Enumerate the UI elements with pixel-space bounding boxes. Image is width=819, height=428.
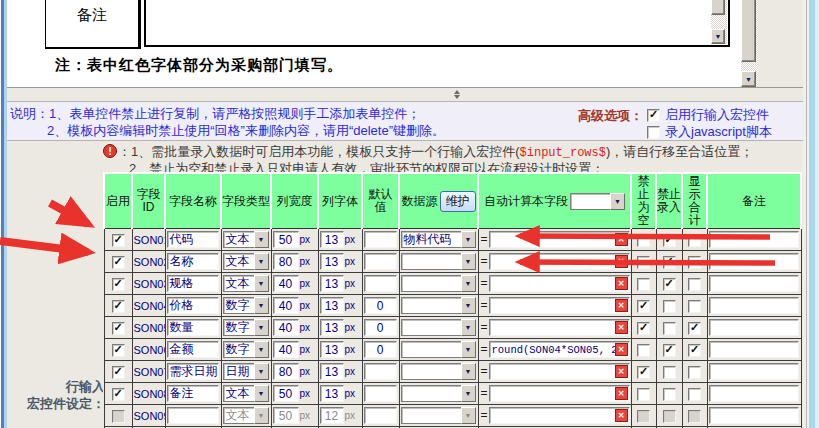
field-type-combobox[interactable]: 文本▼ [223, 407, 269, 424]
no-input-checkbox[interactable]: ✓ [663, 388, 676, 401]
default-value-input[interactable] [364, 407, 397, 424]
no-input-checkbox[interactable]: ✓ [663, 278, 676, 291]
field-name-input[interactable]: 价格 [167, 297, 219, 314]
datasource-combobox[interactable]: ▼ [401, 407, 476, 424]
col-font-input[interactable]: 13 [320, 253, 344, 270]
dropdown-arrow-icon[interactable]: ▼ [461, 253, 476, 270]
dropdown-arrow-icon[interactable]: ▼ [254, 385, 269, 402]
default-value-input[interactable]: 0 [364, 341, 397, 358]
javascript-checkbox[interactable]: ✓ [647, 126, 660, 139]
clear-formula-icon[interactable]: ✕ [615, 409, 628, 422]
default-value-input[interactable]: 0 [364, 319, 397, 336]
row-enable-checkbox[interactable]: ✓ [112, 278, 125, 291]
datasource-combobox[interactable]: ▼ [401, 297, 476, 314]
col-width-input[interactable]: 50 [273, 385, 299, 402]
auto-calc-header-combobox[interactable]: ▼ [570, 193, 625, 210]
no-empty-checkbox[interactable]: ✓ [637, 278, 650, 291]
datasource-combobox[interactable]: ▼ [401, 319, 476, 336]
field-type-combobox[interactable]: 数字▼ [223, 297, 269, 314]
no-empty-checkbox[interactable]: ✓ [637, 410, 650, 423]
auto-calc-input[interactable]: ✕ [489, 319, 630, 336]
splitter-handle-icon[interactable] [450, 90, 463, 99]
no-empty-checkbox[interactable]: ✓ [637, 256, 650, 269]
dropdown-arrow-icon[interactable]: ▼ [461, 363, 476, 380]
row-remark-input[interactable] [709, 275, 799, 292]
field-type-combobox[interactable]: 文本▼ [223, 275, 269, 292]
row-remark-input[interactable] [709, 341, 799, 358]
no-empty-checkbox[interactable]: ✓ [637, 322, 650, 335]
clear-formula-icon[interactable]: ✕ [615, 233, 628, 246]
datasource-combobox[interactable]: ▼ [401, 363, 476, 380]
row-remark-input[interactable] [709, 407, 799, 424]
option-enable-row-macro[interactable]: ✓ 启用行输入宏控件 [647, 106, 769, 124]
show-total-checkbox[interactable]: ✓ [688, 256, 701, 269]
field-name-input[interactable] [167, 407, 219, 424]
dropdown-arrow-icon[interactable]: ▼ [461, 275, 476, 292]
field-name-input[interactable]: 规格 [167, 275, 219, 292]
show-total-checkbox[interactable]: ✓ [688, 344, 701, 357]
auto-calc-input[interactable]: ✕ [489, 275, 630, 292]
col-font-input[interactable]: 13 [320, 363, 344, 380]
row-enable-checkbox[interactable]: ✓ [112, 388, 125, 401]
col-width-input[interactable]: 40 [273, 297, 299, 314]
field-type-combobox[interactable]: 文本▼ [223, 231, 269, 248]
col-width-input[interactable]: 50 [273, 407, 299, 424]
clear-formula-icon[interactable]: ✕ [615, 255, 628, 268]
default-value-input[interactable] [364, 253, 397, 270]
auto-calc-input[interactable]: ✕ [489, 363, 630, 380]
col-width-input[interactable]: 40 [273, 341, 299, 358]
dropdown-arrow-icon[interactable]: ▼ [254, 363, 269, 380]
field-name-input[interactable]: 金额 [167, 341, 219, 358]
auto-calc-input[interactable]: round(SON04*SON05, 2✕ [489, 341, 630, 358]
no-empty-checkbox[interactable]: ✓ [637, 344, 650, 357]
no-empty-checkbox[interactable]: ✓ [637, 388, 650, 401]
field-type-combobox[interactable]: 日期▼ [223, 363, 269, 380]
dropdown-arrow-icon[interactable]: ▼ [461, 231, 476, 248]
dropdown-arrow-icon[interactable]: ▼ [461, 341, 476, 358]
option-javascript[interactable]: ✓ 录入javascript脚本 [647, 123, 772, 141]
col-font-input[interactable]: 13 [320, 231, 344, 248]
default-value-input[interactable] [364, 363, 397, 380]
no-empty-checkbox[interactable]: ✓ [637, 234, 650, 247]
clear-formula-icon[interactable]: ✕ [615, 321, 628, 334]
show-total-checkbox[interactable]: ✓ [688, 410, 701, 423]
no-input-checkbox[interactable]: ✓ [663, 300, 676, 313]
row-enable-checkbox[interactable]: ✓ [112, 234, 125, 247]
show-total-checkbox[interactable]: ✓ [688, 278, 701, 291]
page-scrollbar-thumb[interactable] [741, 0, 756, 62]
dropdown-arrow-icon[interactable]: ▼ [254, 253, 269, 270]
show-total-checkbox[interactable]: ✓ [688, 388, 701, 401]
no-input-checkbox[interactable]: ✓ [663, 234, 676, 247]
page-scrollbar[interactable]: ▼ [741, 0, 758, 87]
default-value-input[interactable]: 0 [364, 297, 397, 314]
show-total-checkbox[interactable]: ✓ [688, 366, 701, 379]
dropdown-arrow-icon[interactable]: ▼ [461, 407, 476, 424]
dropdown-arrow-icon[interactable]: ▼ [461, 297, 476, 314]
datasource-combobox[interactable]: ▼ [401, 385, 476, 402]
horizontal-splitter[interactable] [7, 88, 803, 101]
maintain-button[interactable]: 维护 [440, 191, 476, 212]
clear-formula-icon[interactable]: ✕ [615, 299, 628, 312]
no-input-checkbox[interactable]: ✓ [663, 256, 676, 269]
dropdown-arrow-icon[interactable]: ▼ [461, 385, 476, 402]
enable-row-macro-checkbox[interactable]: ✓ [647, 109, 660, 122]
row-remark-input[interactable] [709, 319, 799, 336]
no-empty-checkbox[interactable]: ✓ [637, 300, 650, 313]
field-type-combobox[interactable]: 数字▼ [223, 341, 269, 358]
row-remark-input[interactable] [709, 385, 799, 402]
no-input-checkbox[interactable]: ✓ [663, 322, 676, 335]
col-font-input[interactable]: 12 [320, 407, 344, 424]
field-type-combobox[interactable]: 文本▼ [223, 385, 269, 402]
auto-calc-input[interactable]: ✕ [489, 297, 630, 314]
show-total-checkbox[interactable]: ✓ [688, 322, 701, 335]
clear-formula-icon[interactable]: ✕ [615, 387, 628, 400]
show-total-checkbox[interactable]: ✓ [688, 300, 701, 313]
field-name-input[interactable]: 数量 [167, 319, 219, 336]
textarea-scrollbar[interactable]: ▼ [711, 0, 727, 44]
field-type-combobox[interactable]: 文本▼ [223, 253, 269, 270]
row-enable-checkbox[interactable]: ✓ [112, 322, 125, 335]
col-font-input[interactable]: 13 [320, 297, 344, 314]
col-font-input[interactable]: 13 [320, 341, 344, 358]
no-empty-checkbox[interactable]: ✓ [637, 366, 650, 379]
dropdown-arrow-icon[interactable]: ▼ [254, 231, 269, 248]
